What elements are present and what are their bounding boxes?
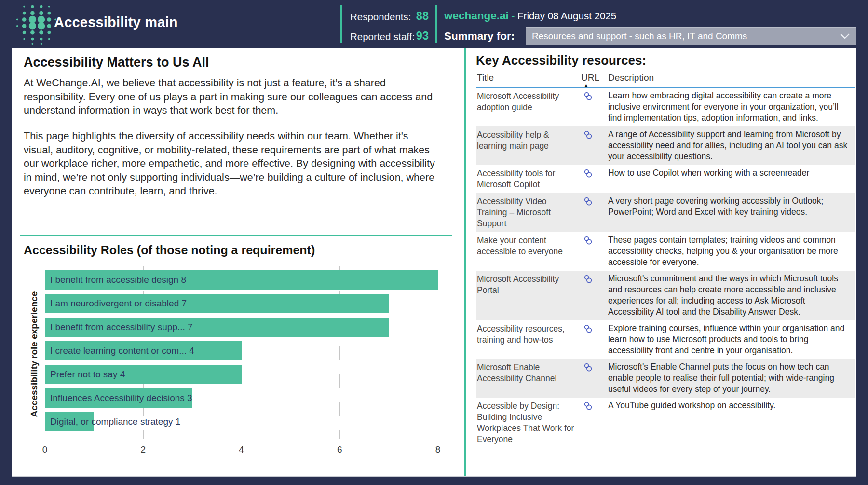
column-header-url[interactable]: URL ▲	[581, 72, 608, 83]
reported-staff-label: Reported staff:	[350, 31, 415, 42]
resource-title: Make your content accessible to everyone	[476, 235, 581, 268]
resource-description: Explore training courses, influence with…	[608, 323, 855, 356]
resource-title: Accessible by Design: Building Inclusive…	[476, 400, 581, 445]
bar-2[interactable]	[45, 294, 389, 313]
bar-plot: 02468I benefit from accessible design 8I…	[45, 263, 438, 471]
bar-7[interactable]	[45, 412, 94, 431]
table-row[interactable]: Microsoft Accessibility adoption guide L…	[476, 88, 855, 126]
brand-dash: -	[509, 10, 517, 21]
report-canvas: Accessibility Matters to Us All At WeCha…	[12, 48, 856, 477]
resource-title: Accessibility help & learning main page	[476, 129, 581, 162]
column-header-title[interactable]: Title	[476, 72, 581, 83]
link-icon[interactable]	[583, 236, 593, 246]
resource-title: Microsoft Accessibility Portal	[476, 273, 581, 318]
resource-url-cell	[581, 167, 608, 190]
resource-url-cell	[581, 235, 608, 268]
link-icon[interactable]	[583, 130, 593, 140]
header-divider	[340, 5, 342, 43]
chart-title: Accessibility Roles (of those noting a r…	[24, 243, 315, 257]
table-row[interactable]: Accessibility Video Training – Microsoft…	[476, 193, 855, 232]
table-row[interactable]: Microsoft Enable Accessibility Channel M…	[476, 359, 855, 398]
reported-staff-value: 93	[407, 29, 429, 42]
resource-url-cell	[581, 361, 608, 395]
resource-url-cell	[581, 90, 608, 124]
resource-description: Microsoft's Enable Channel puts the focu…	[608, 361, 855, 395]
resources-rows: Microsoft Accessibility adoption guide L…	[476, 88, 855, 448]
link-icon[interactable]	[583, 168, 593, 179]
gridline	[242, 266, 242, 439]
intro-paragraph-1: At WeChange.AI, we believe that accessib…	[24, 76, 437, 118]
link-icon[interactable]	[583, 324, 593, 334]
brand-name: wechange.ai	[444, 10, 509, 22]
link-icon[interactable]	[583, 362, 593, 373]
x-axis-tick-label: 4	[227, 444, 256, 455]
resources-panel: Key Accessibility resources: Title URL ▲…	[473, 48, 855, 476]
table-row[interactable]: Microsoft Accessibility Portal Microsoft…	[476, 271, 855, 320]
resource-url-cell	[581, 400, 608, 445]
x-axis-tick-label: 8	[423, 444, 452, 455]
x-axis-tick-label: 0	[30, 444, 59, 455]
resources-table-header: Title URL ▲ Description	[476, 72, 855, 88]
table-row[interactable]: Accessibility tools for Microsoft Copilo…	[476, 165, 855, 193]
respondents-label: Respondents:	[350, 11, 411, 23]
header-divider	[435, 5, 437, 43]
resource-url-cell	[581, 129, 608, 162]
link-icon[interactable]	[583, 196, 593, 207]
x-axis-tick-label: 2	[129, 444, 158, 455]
top-header-bar: Accessibility main Respondents: 88 Repor…	[0, 0, 868, 48]
page-title: Accessibility main	[54, 14, 178, 30]
wechange-dot-logo-icon	[14, 3, 60, 45]
gridline	[339, 266, 340, 439]
bar-3[interactable]	[45, 318, 389, 337]
bar-4[interactable]	[45, 341, 242, 360]
resource-description: Learn how embracing digital accessibilit…	[608, 90, 855, 124]
table-row[interactable]: Make your content accessible to everyone…	[476, 232, 855, 271]
resource-title: Accessibility Video Training – Microsoft…	[476, 195, 581, 229]
resource-description: A range of Accessibility support and lea…	[608, 129, 855, 162]
bar-5[interactable]	[45, 365, 242, 384]
report-date: Friday 08 August 2025	[517, 10, 616, 21]
summary-filter-dropdown[interactable]: Resources and support - such as HR, IT a…	[526, 27, 856, 45]
x-axis-tick-label: 6	[325, 444, 354, 455]
resource-description: How to use Copilot when working with a s…	[608, 167, 855, 190]
table-row[interactable]: Accessibility resources, training and ho…	[476, 320, 855, 359]
chevron-down-icon	[840, 33, 850, 40]
intro-heading: Accessibility Matters to Us All	[24, 55, 209, 70]
link-icon[interactable]	[583, 274, 593, 284]
bar-6[interactable]	[45, 388, 192, 408]
dropdown-selected-value: Resources and support - such as HR, IT a…	[532, 31, 747, 42]
table-row[interactable]: Accessibility help & learning main page …	[476, 126, 855, 165]
resource-title: Microsoft Enable Accessibility Channel	[476, 361, 581, 395]
intro-paragraph-2: This page highlights the diversity of ac…	[24, 129, 437, 198]
resource-title: Microsoft Accessibility adoption guide	[476, 90, 581, 124]
accessibility-roles-bar-chart: Accessibility role experience 02468I ben…	[24, 263, 458, 471]
resources-heading: Key Accessibility resources:	[476, 53, 646, 68]
link-icon[interactable]	[583, 91, 593, 101]
bar-1[interactable]	[45, 270, 438, 290]
resource-url-cell	[581, 273, 608, 318]
resource-url-cell	[581, 195, 608, 229]
gridline	[438, 266, 438, 439]
resource-description: A very short page covering working acces…	[608, 195, 855, 229]
panel-divider	[464, 48, 466, 476]
resource-description: These pages contain templates; training …	[608, 235, 855, 268]
resource-title: Accessibility resources, training and ho…	[476, 323, 581, 356]
summary-for-label: Summary for:	[444, 30, 515, 42]
section-divider	[20, 235, 452, 236]
resource-description: A YouTube guided workshop on accessibili…	[608, 400, 855, 445]
respondents-value: 88	[407, 10, 429, 23]
resources-table: Title URL ▲ Description Microsoft Access…	[476, 72, 855, 448]
brand-and-date: wechange.ai - Friday 08 August 2025	[444, 10, 616, 22]
resource-title: Accessibility tools for Microsoft Copilo…	[476, 167, 581, 190]
column-header-description[interactable]: Description	[608, 72, 855, 83]
link-icon[interactable]	[583, 401, 593, 411]
sort-ascending-icon: ▲	[584, 83, 588, 88]
resource-url-cell	[581, 323, 608, 356]
resource-description: Microsoft's commitment and the ways in w…	[608, 273, 855, 318]
table-row[interactable]: Accessible by Design: Building Inclusive…	[476, 398, 855, 448]
chart-y-axis-label: Accessibility role experience	[29, 282, 40, 427]
